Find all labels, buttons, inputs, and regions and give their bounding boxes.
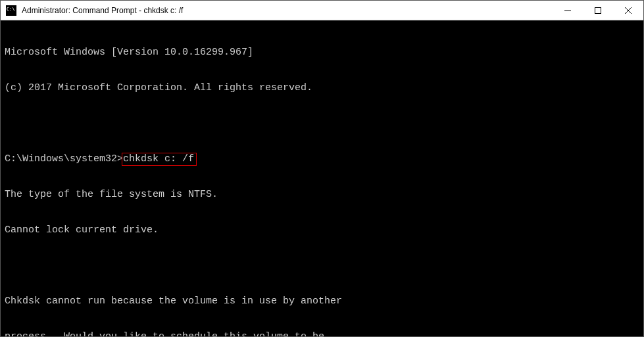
version-line: Microsoft Windows [Version 10.0.16299.96…	[5, 47, 639, 59]
output-line-2: Cannot lock current drive.	[5, 224, 639, 236]
underlined-text-1: Would you like to schedule this volume t…	[64, 331, 324, 336]
command-text: chkdsk c: /f	[123, 153, 194, 165]
close-button[interactable]	[613, 1, 643, 20]
svg-rect-1	[595, 7, 601, 13]
blank-line	[5, 118, 639, 130]
terminal-output[interactable]: Microsoft Windows [Version 10.0.16299.96…	[1, 20, 643, 336]
window-controls	[553, 1, 643, 20]
output-line-4: process. Would you like to schedule this…	[5, 331, 639, 336]
maximize-button[interactable]	[583, 1, 613, 20]
titlebar[interactable]: Administrator: Command Prompt - chkdsk c…	[1, 1, 643, 20]
cmd-icon	[6, 5, 16, 16]
prompt-line: C:\Windows\system32>chkdsk c: /f	[5, 153, 639, 165]
copyright-line: (c) 2017 Microsoft Corporation. All righ…	[5, 82, 639, 94]
output-line-1: The type of the file system is NTFS.	[5, 189, 639, 201]
output-line-3: Chkdsk cannot run because the volume is …	[5, 296, 639, 307]
minimize-button[interactable]	[553, 1, 583, 20]
prompt-text: C:\Windows\system32>	[5, 153, 123, 165]
window-title: Administrator: Command Prompt - chkdsk c…	[22, 6, 553, 15]
blank-line	[5, 260, 639, 272]
command-prompt-window: Administrator: Command Prompt - chkdsk c…	[0, 0, 644, 337]
